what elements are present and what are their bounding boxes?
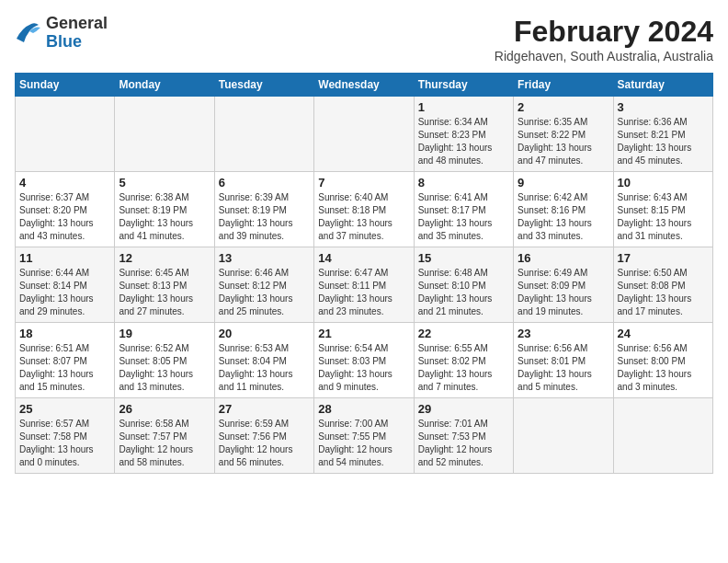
day-info: Sunrise: 6:56 AM Sunset: 8:01 PM Dayligh… [518, 342, 609, 394]
calendar-cell: 19Sunrise: 6:52 AM Sunset: 8:05 PM Dayli… [115, 323, 214, 398]
calendar-week-5: 25Sunrise: 6:57 AM Sunset: 7:58 PM Dayli… [16, 398, 713, 474]
day-info: Sunrise: 6:44 AM Sunset: 8:14 PM Dayligh… [19, 267, 110, 318]
calendar-cell [115, 97, 214, 172]
day-number: 10 [618, 176, 709, 190]
day-number: 18 [19, 327, 110, 340]
calendar-header-saturday: Saturday [613, 74, 712, 97]
calendar-cell: 13Sunrise: 6:46 AM Sunset: 8:12 PM Dayli… [214, 247, 313, 323]
day-info: Sunrise: 6:43 AM Sunset: 8:15 PM Dayligh… [618, 191, 709, 243]
day-info: Sunrise: 6:45 AM Sunset: 8:13 PM Dayligh… [119, 267, 210, 318]
day-info: Sunrise: 6:40 AM Sunset: 8:18 PM Dayligh… [318, 191, 409, 243]
day-number: 28 [318, 402, 409, 416]
calendar-cell: 24Sunrise: 6:56 AM Sunset: 8:00 PM Dayli… [613, 323, 712, 398]
day-number: 20 [219, 327, 310, 340]
day-number: 27 [219, 402, 310, 416]
day-info: Sunrise: 6:37 AM Sunset: 8:20 PM Dayligh… [19, 191, 110, 243]
logo-bird-icon [15, 20, 42, 46]
calendar-header-row: SundayMondayTuesdayWednesdayThursdayFrid… [16, 74, 713, 97]
calendar-table: SundayMondayTuesdayWednesdayThursdayFrid… [15, 73, 713, 474]
calendar-cell: 5Sunrise: 6:38 AM Sunset: 8:19 PM Daylig… [115, 172, 214, 247]
calendar-cell [16, 97, 115, 172]
day-info: Sunrise: 6:42 AM Sunset: 8:16 PM Dayligh… [518, 191, 609, 243]
day-info: Sunrise: 6:55 AM Sunset: 8:02 PM Dayligh… [418, 342, 509, 394]
calendar-cell: 15Sunrise: 6:48 AM Sunset: 8:10 PM Dayli… [414, 247, 513, 323]
calendar-cell: 17Sunrise: 6:50 AM Sunset: 8:08 PM Dayli… [613, 247, 712, 323]
calendar-cell: 2Sunrise: 6:35 AM Sunset: 8:22 PM Daylig… [514, 97, 613, 172]
calendar-cell: 29Sunrise: 7:01 AM Sunset: 7:53 PM Dayli… [414, 398, 513, 474]
day-number: 23 [518, 327, 609, 340]
day-number: 26 [119, 402, 210, 416]
logo-text: General Blue [46, 15, 108, 52]
calendar-cell [613, 398, 712, 474]
day-info: Sunrise: 6:49 AM Sunset: 8:09 PM Dayligh… [518, 267, 609, 318]
calendar-cell: 10Sunrise: 6:43 AM Sunset: 8:15 PM Dayli… [613, 172, 712, 247]
calendar-cell: 9Sunrise: 6:42 AM Sunset: 8:16 PM Daylig… [514, 172, 613, 247]
page-title: February 2024 [495, 15, 713, 49]
day-number: 2 [518, 100, 609, 114]
day-info: Sunrise: 6:57 AM Sunset: 7:58 PM Dayligh… [19, 418, 110, 469]
page-location: Ridgehaven, South Australia, Australia [495, 49, 713, 63]
calendar-cell: 23Sunrise: 6:56 AM Sunset: 8:01 PM Dayli… [514, 323, 613, 398]
day-info: Sunrise: 6:47 AM Sunset: 8:11 PM Dayligh… [318, 267, 409, 318]
calendar-header-sunday: Sunday [16, 74, 115, 97]
calendar-week-4: 18Sunrise: 6:51 AM Sunset: 8:07 PM Dayli… [16, 323, 713, 398]
day-info: Sunrise: 6:51 AM Sunset: 8:07 PM Dayligh… [19, 342, 110, 394]
calendar-week-3: 11Sunrise: 6:44 AM Sunset: 8:14 PM Dayli… [16, 247, 713, 323]
calendar-week-1: 1Sunrise: 6:34 AM Sunset: 8:23 PM Daylig… [16, 97, 713, 172]
day-number: 11 [19, 251, 110, 265]
calendar-cell: 6Sunrise: 6:39 AM Sunset: 8:19 PM Daylig… [214, 172, 313, 247]
page-header: General Blue February 2024 Ridgehaven, S… [15, 15, 713, 63]
day-number: 1 [418, 100, 509, 114]
logo: General Blue [15, 15, 108, 52]
day-number: 8 [418, 176, 509, 190]
calendar-cell: 7Sunrise: 6:40 AM Sunset: 8:18 PM Daylig… [314, 172, 414, 247]
day-number: 5 [119, 176, 210, 190]
calendar-cell: 26Sunrise: 6:58 AM Sunset: 7:57 PM Dayli… [115, 398, 214, 474]
day-info: Sunrise: 7:00 AM Sunset: 7:55 PM Dayligh… [318, 418, 409, 469]
calendar-cell: 8Sunrise: 6:41 AM Sunset: 8:17 PM Daylig… [414, 172, 513, 247]
day-number: 22 [418, 327, 509, 340]
calendar-cell: 27Sunrise: 6:59 AM Sunset: 7:56 PM Dayli… [214, 398, 313, 474]
day-number: 24 [618, 327, 709, 340]
day-info: Sunrise: 6:54 AM Sunset: 8:03 PM Dayligh… [318, 342, 409, 394]
day-info: Sunrise: 6:36 AM Sunset: 8:21 PM Dayligh… [618, 116, 709, 167]
calendar-cell: 28Sunrise: 7:00 AM Sunset: 7:55 PM Dayli… [314, 398, 414, 474]
calendar-cell: 22Sunrise: 6:55 AM Sunset: 8:02 PM Dayli… [414, 323, 513, 398]
day-number: 29 [418, 402, 509, 416]
day-info: Sunrise: 6:50 AM Sunset: 8:08 PM Dayligh… [618, 267, 709, 318]
calendar-cell: 14Sunrise: 6:47 AM Sunset: 8:11 PM Dayli… [314, 247, 414, 323]
day-info: Sunrise: 6:34 AM Sunset: 8:23 PM Dayligh… [418, 116, 509, 167]
calendar-cell: 1Sunrise: 6:34 AM Sunset: 8:23 PM Daylig… [414, 97, 513, 172]
day-number: 14 [318, 251, 409, 265]
calendar-cell: 4Sunrise: 6:37 AM Sunset: 8:20 PM Daylig… [16, 172, 115, 247]
day-info: Sunrise: 6:41 AM Sunset: 8:17 PM Dayligh… [418, 191, 509, 243]
day-number: 17 [618, 251, 709, 265]
day-number: 7 [318, 176, 409, 190]
day-info: Sunrise: 6:53 AM Sunset: 8:04 PM Dayligh… [219, 342, 310, 394]
calendar-cell [514, 398, 613, 474]
day-info: Sunrise: 6:52 AM Sunset: 8:05 PM Dayligh… [119, 342, 210, 394]
day-number: 3 [618, 100, 709, 114]
day-info: Sunrise: 6:46 AM Sunset: 8:12 PM Dayligh… [219, 267, 310, 318]
day-number: 15 [418, 251, 509, 265]
calendar-cell: 11Sunrise: 6:44 AM Sunset: 8:14 PM Dayli… [16, 247, 115, 323]
day-info: Sunrise: 6:48 AM Sunset: 8:10 PM Dayligh… [418, 267, 509, 318]
day-info: Sunrise: 6:39 AM Sunset: 8:19 PM Dayligh… [219, 191, 310, 243]
day-number: 13 [219, 251, 310, 265]
calendar-cell: 18Sunrise: 6:51 AM Sunset: 8:07 PM Dayli… [16, 323, 115, 398]
calendar-cell: 16Sunrise: 6:49 AM Sunset: 8:09 PM Dayli… [514, 247, 613, 323]
day-info: Sunrise: 6:59 AM Sunset: 7:56 PM Dayligh… [219, 418, 310, 469]
day-info: Sunrise: 6:58 AM Sunset: 7:57 PM Dayligh… [119, 418, 210, 469]
calendar-cell: 25Sunrise: 6:57 AM Sunset: 7:58 PM Dayli… [16, 398, 115, 474]
calendar-cell [214, 97, 313, 172]
calendar-header-wednesday: Wednesday [314, 74, 414, 97]
day-info: Sunrise: 6:38 AM Sunset: 8:19 PM Dayligh… [119, 191, 210, 243]
day-number: 21 [318, 327, 409, 340]
calendar-header-thursday: Thursday [414, 74, 513, 97]
day-info: Sunrise: 6:35 AM Sunset: 8:22 PM Dayligh… [518, 116, 609, 167]
day-info: Sunrise: 7:01 AM Sunset: 7:53 PM Dayligh… [418, 418, 509, 469]
day-info: Sunrise: 6:56 AM Sunset: 8:00 PM Dayligh… [618, 342, 709, 394]
calendar-header-friday: Friday [514, 74, 613, 97]
calendar-week-2: 4Sunrise: 6:37 AM Sunset: 8:20 PM Daylig… [16, 172, 713, 247]
day-number: 12 [119, 251, 210, 265]
